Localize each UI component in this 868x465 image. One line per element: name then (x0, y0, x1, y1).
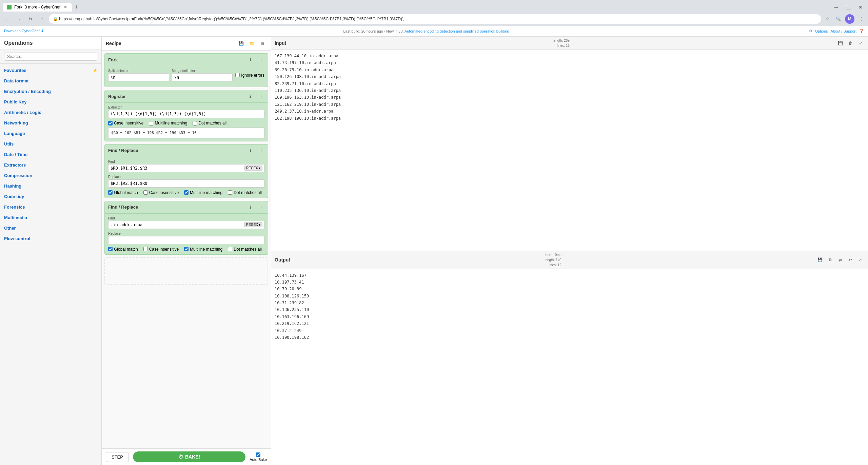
build-link-1[interactable]: Automated encoding detection (405, 29, 455, 33)
replace-1-input[interactable] (108, 179, 264, 188)
sidebar-item-other[interactable]: Other (0, 223, 101, 233)
refresh-button[interactable]: ↻ (26, 14, 35, 24)
register-multiline-checkbox[interactable] (149, 121, 153, 125)
fr2-dot-checkbox[interactable] (228, 247, 232, 251)
fr1-multiline[interactable]: Multiline matching (184, 190, 222, 195)
help-icon[interactable]: ❓ (859, 29, 864, 33)
sidebar-item-arithmetic[interactable]: Arithmetic / Logic (0, 107, 101, 118)
find-1-regex-badge[interactable]: REGEX ▾ (244, 166, 262, 171)
output-copy-icon[interactable]: ⧉ (826, 256, 834, 264)
sidebar-item-date-time[interactable]: Date / Time (0, 149, 101, 160)
profile-button[interactable]: M (845, 14, 854, 24)
sidebar-item-code-tidy[interactable]: Code tidy (0, 191, 101, 202)
output-expand-icon[interactable]: ⤢ (856, 256, 865, 264)
search-input[interactable] (4, 53, 97, 61)
fr2-global-checkbox[interactable] (108, 247, 113, 251)
input-expand-icon[interactable]: ⤢ (856, 39, 865, 47)
output-switch-icon[interactable]: ⇄ (836, 256, 844, 264)
tab-close-button[interactable]: ✕ (63, 5, 68, 9)
output-save-icon[interactable]: 💾 (816, 256, 824, 264)
ignore-errors-checkbox[interactable] (235, 73, 240, 77)
output-content[interactable]: 10.44.139.167 10.197.73.41 10.79.20.39 1… (271, 269, 868, 465)
save-recipe-icon[interactable]: 💾 (237, 39, 245, 47)
bake-button[interactable]: ⏱ BAKE! (133, 451, 245, 462)
find-replace-1-pause-icon[interactable]: ⏸ (256, 147, 264, 155)
fr1-dot-checkbox[interactable] (228, 190, 232, 195)
auto-bake-checkbox[interactable] (256, 452, 260, 457)
extensions-icon[interactable]: ⋮ (857, 15, 865, 23)
sidebar-item-forensics[interactable]: Forensics (0, 202, 101, 212)
fork-info-icon[interactable]: ℹ (246, 56, 254, 64)
register-title: Register (108, 94, 126, 99)
step-button[interactable]: STEP (106, 452, 129, 462)
fr2-multiline[interactable]: Multiline matching (184, 247, 222, 252)
fr2-global-match[interactable]: Global match (108, 247, 138, 252)
find-2-input[interactable] (108, 221, 264, 229)
merge-delimiter-input[interactable] (172, 73, 233, 81)
register-dot-matches-all-checkbox[interactable] (193, 121, 197, 125)
fr2-dot-matches[interactable]: Dot matches all (228, 247, 262, 252)
register-output: $R0 = 162 $R1 = 198 $R2 = 190 $R3 = 10 (108, 128, 264, 138)
minimize-button[interactable]: ─ (831, 2, 841, 12)
new-tab-button[interactable]: + (72, 2, 81, 12)
find-2-regex-badge[interactable]: REGEX ▾ (244, 222, 262, 227)
register-card-header: Register ℹ ⏸ (105, 90, 268, 103)
fr2-case-checkbox[interactable] (143, 247, 148, 251)
find-1-input[interactable] (108, 164, 264, 172)
register-dot-matches-all[interactable]: Dot matches all (193, 121, 226, 125)
register-pause-icon[interactable]: ⏸ (256, 92, 264, 100)
sidebar-item-language[interactable]: Language (0, 128, 101, 139)
fr1-dot-matches[interactable]: Dot matches all (228, 190, 262, 195)
register-info-icon[interactable]: ℹ (246, 92, 254, 100)
sidebar-item-flow-control[interactable]: Flow control (0, 233, 101, 244)
about-support-link[interactable]: About / Support (831, 29, 856, 33)
fr1-case-insensitive[interactable]: Case insensitive (143, 190, 179, 195)
home-button[interactable]: ⌂ (37, 14, 47, 24)
clear-recipe-icon[interactable]: 🗑 (259, 39, 267, 47)
close-window-button[interactable]: ✕ (856, 2, 865, 12)
extractor-input[interactable] (108, 110, 264, 118)
sidebar-item-public-key[interactable]: Public Key (0, 97, 101, 107)
fr2-multiline-checkbox[interactable] (184, 247, 189, 251)
fr2-case-insensitive[interactable]: Case insensitive (143, 247, 179, 252)
load-recipe-icon[interactable]: 📁 (248, 39, 256, 47)
sidebar-item-utils[interactable]: Utils (0, 139, 101, 149)
browser-chrome: Fork, 3 more - CyberChef ✕ + ─ ⬜ ✕ ← → ↻… (0, 0, 868, 26)
find-replace-1-info-icon[interactable]: ℹ (246, 147, 254, 155)
sidebar-item-multimedia[interactable]: Multimedia (0, 212, 101, 223)
download-link[interactable]: Download CyberChef ⬇ (4, 29, 44, 33)
fr1-global-checkbox[interactable] (108, 190, 113, 195)
register-multiline[interactable]: Multiline matching (149, 121, 187, 125)
find-replace-2-pause-icon[interactable]: ⏸ (256, 203, 264, 211)
fr1-global-match[interactable]: Global match (108, 190, 138, 195)
fork-pause-icon[interactable]: ⏸ (256, 56, 264, 64)
empty-drop-zone (104, 257, 268, 285)
sidebar-item-hashing[interactable]: Hashing (0, 181, 101, 191)
fr1-multiline-checkbox[interactable] (184, 190, 189, 195)
find-replace-2-info-icon[interactable]: ℹ (246, 203, 254, 211)
maximize-button[interactable]: ⬜ (844, 2, 853, 12)
input-save-icon[interactable]: 💾 (836, 39, 844, 47)
sidebar-item-encryption[interactable]: Encryption / Encoding (0, 86, 101, 97)
output-undo-icon[interactable]: ↩ (846, 256, 854, 264)
forward-button[interactable]: → (14, 14, 24, 24)
sidebar-item-data-format[interactable]: Data format (0, 76, 101, 86)
sidebar-item-favourites[interactable]: Favourites ★ (0, 65, 101, 76)
search-icon[interactable]: 🔍 (834, 15, 842, 23)
register-case-insensitive-checkbox[interactable] (108, 121, 113, 125)
bookmark-star-icon[interactable]: ☆ (823, 15, 831, 23)
sidebar-item-networking[interactable]: Networking (0, 118, 101, 128)
fr1-case-checkbox[interactable] (143, 190, 148, 195)
register-case-insensitive[interactable]: Case insensitive (108, 121, 143, 125)
input-delete-icon[interactable]: 🗑 (846, 39, 854, 47)
active-tab[interactable]: Fork, 3 more - CyberChef ✕ (3, 3, 72, 12)
options-link[interactable]: Options (815, 29, 828, 33)
sidebar-item-extractors[interactable]: Extractors (0, 160, 101, 170)
replace-2-input[interactable] (108, 236, 264, 244)
sidebar-item-compression[interactable]: Compression (0, 170, 101, 181)
build-link-2[interactable]: and simplified operation building (456, 29, 509, 33)
back-button[interactable]: ← (3, 14, 12, 24)
input-content[interactable]: 167.139.44.10.in-addr.arpa 41.73.197.10.… (271, 50, 868, 251)
address-bar[interactable]: 🔒 https://gchq.github.io/CyberChef/#reci… (49, 14, 821, 24)
split-delimiter-input[interactable] (108, 73, 169, 81)
